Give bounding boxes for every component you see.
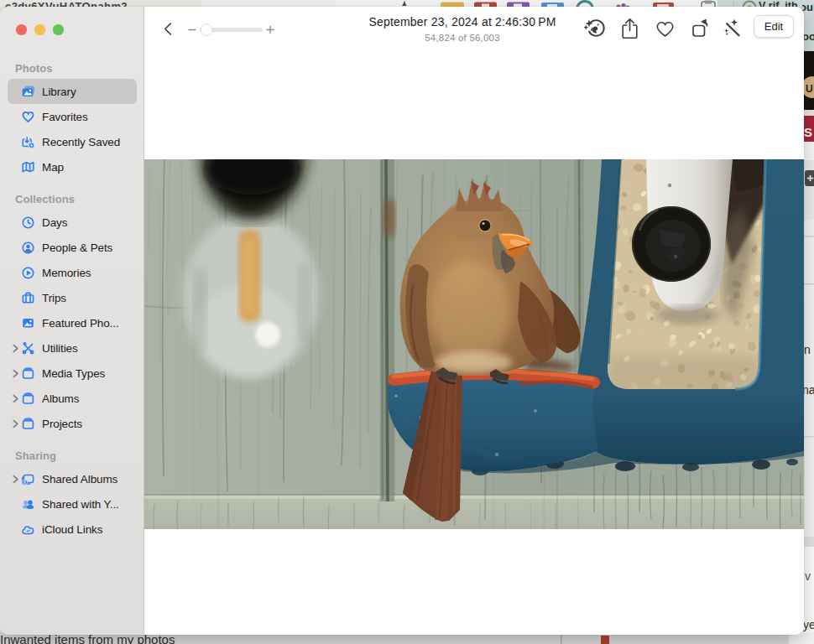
svg-text:ye: ye	[803, 618, 814, 631]
svg-text:na: na	[802, 383, 814, 397]
svg-text:n: n	[804, 343, 811, 356]
svg-text:S: S	[804, 125, 812, 139]
svg-text:U: U	[806, 83, 813, 95]
svg-text:ou: ou	[802, 1, 813, 13]
svg-text:v: v	[805, 569, 811, 583]
svg-text:oo: oo	[802, 30, 814, 43]
